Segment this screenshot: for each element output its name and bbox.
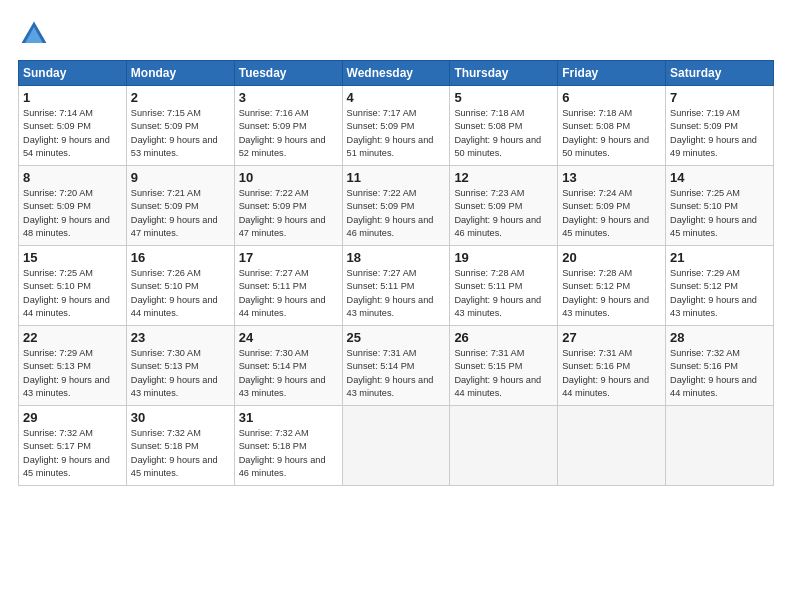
calendar-cell [450,406,558,486]
page: SundayMondayTuesdayWednesdayThursdayFrid… [0,0,792,612]
day-info: Sunrise: 7:20 AMSunset: 5:09 PMDaylight:… [23,188,110,238]
calendar-header-saturday: Saturday [666,61,774,86]
day-info: Sunrise: 7:29 AMSunset: 5:13 PMDaylight:… [23,348,110,398]
day-info: Sunrise: 7:24 AMSunset: 5:09 PMDaylight:… [562,188,649,238]
header [18,18,774,50]
day-number: 4 [347,90,446,105]
day-number: 15 [23,250,122,265]
calendar-header-thursday: Thursday [450,61,558,86]
calendar-cell: 24 Sunrise: 7:30 AMSunset: 5:14 PMDaylig… [234,326,342,406]
calendar-cell: 7 Sunrise: 7:19 AMSunset: 5:09 PMDayligh… [666,86,774,166]
day-number: 17 [239,250,338,265]
day-number: 19 [454,250,553,265]
calendar-cell: 19 Sunrise: 7:28 AMSunset: 5:11 PMDaylig… [450,246,558,326]
calendar-cell: 2 Sunrise: 7:15 AMSunset: 5:09 PMDayligh… [126,86,234,166]
day-info: Sunrise: 7:23 AMSunset: 5:09 PMDaylight:… [454,188,541,238]
calendar-header-tuesday: Tuesday [234,61,342,86]
day-number: 28 [670,330,769,345]
day-info: Sunrise: 7:28 AMSunset: 5:12 PMDaylight:… [562,268,649,318]
calendar-cell: 21 Sunrise: 7:29 AMSunset: 5:12 PMDaylig… [666,246,774,326]
calendar-header-wednesday: Wednesday [342,61,450,86]
day-info: Sunrise: 7:28 AMSunset: 5:11 PMDaylight:… [454,268,541,318]
day-number: 7 [670,90,769,105]
calendar-cell: 26 Sunrise: 7:31 AMSunset: 5:15 PMDaylig… [450,326,558,406]
calendar-week-row-4: 22 Sunrise: 7:29 AMSunset: 5:13 PMDaylig… [19,326,774,406]
logo-icon [18,18,50,50]
calendar-cell: 4 Sunrise: 7:17 AMSunset: 5:09 PMDayligh… [342,86,450,166]
day-info: Sunrise: 7:19 AMSunset: 5:09 PMDaylight:… [670,108,757,158]
day-number: 25 [347,330,446,345]
calendar-cell: 17 Sunrise: 7:27 AMSunset: 5:11 PMDaylig… [234,246,342,326]
calendar-header-monday: Monday [126,61,234,86]
calendar-cell: 1 Sunrise: 7:14 AMSunset: 5:09 PMDayligh… [19,86,127,166]
day-info: Sunrise: 7:26 AMSunset: 5:10 PMDaylight:… [131,268,218,318]
day-number: 13 [562,170,661,185]
calendar-table: SundayMondayTuesdayWednesdayThursdayFrid… [18,60,774,486]
day-info: Sunrise: 7:31 AMSunset: 5:16 PMDaylight:… [562,348,649,398]
day-number: 27 [562,330,661,345]
day-info: Sunrise: 7:18 AMSunset: 5:08 PMDaylight:… [562,108,649,158]
calendar-header-friday: Friday [558,61,666,86]
calendar-cell: 5 Sunrise: 7:18 AMSunset: 5:08 PMDayligh… [450,86,558,166]
calendar-cell [666,406,774,486]
day-info: Sunrise: 7:21 AMSunset: 5:09 PMDaylight:… [131,188,218,238]
day-number: 6 [562,90,661,105]
day-info: Sunrise: 7:16 AMSunset: 5:09 PMDaylight:… [239,108,326,158]
day-number: 1 [23,90,122,105]
day-info: Sunrise: 7:31 AMSunset: 5:14 PMDaylight:… [347,348,434,398]
logo [18,18,54,50]
calendar-cell: 6 Sunrise: 7:18 AMSunset: 5:08 PMDayligh… [558,86,666,166]
calendar-cell: 9 Sunrise: 7:21 AMSunset: 5:09 PMDayligh… [126,166,234,246]
calendar-cell: 30 Sunrise: 7:32 AMSunset: 5:18 PMDaylig… [126,406,234,486]
day-number: 3 [239,90,338,105]
day-info: Sunrise: 7:17 AMSunset: 5:09 PMDaylight:… [347,108,434,158]
day-number: 8 [23,170,122,185]
calendar-cell [342,406,450,486]
day-info: Sunrise: 7:32 AMSunset: 5:18 PMDaylight:… [131,428,218,478]
calendar-cell: 27 Sunrise: 7:31 AMSunset: 5:16 PMDaylig… [558,326,666,406]
day-number: 24 [239,330,338,345]
day-number: 9 [131,170,230,185]
day-info: Sunrise: 7:29 AMSunset: 5:12 PMDaylight:… [670,268,757,318]
day-number: 21 [670,250,769,265]
day-number: 26 [454,330,553,345]
calendar-week-row-2: 8 Sunrise: 7:20 AMSunset: 5:09 PMDayligh… [19,166,774,246]
day-number: 2 [131,90,230,105]
day-number: 12 [454,170,553,185]
calendar-cell: 10 Sunrise: 7:22 AMSunset: 5:09 PMDaylig… [234,166,342,246]
day-info: Sunrise: 7:32 AMSunset: 5:18 PMDaylight:… [239,428,326,478]
day-info: Sunrise: 7:27 AMSunset: 5:11 PMDaylight:… [347,268,434,318]
day-info: Sunrise: 7:25 AMSunset: 5:10 PMDaylight:… [23,268,110,318]
calendar-cell: 12 Sunrise: 7:23 AMSunset: 5:09 PMDaylig… [450,166,558,246]
day-number: 20 [562,250,661,265]
calendar-cell: 28 Sunrise: 7:32 AMSunset: 5:16 PMDaylig… [666,326,774,406]
day-number: 30 [131,410,230,425]
day-info: Sunrise: 7:22 AMSunset: 5:09 PMDaylight:… [239,188,326,238]
calendar-week-row-1: 1 Sunrise: 7:14 AMSunset: 5:09 PMDayligh… [19,86,774,166]
calendar-cell: 15 Sunrise: 7:25 AMSunset: 5:10 PMDaylig… [19,246,127,326]
day-info: Sunrise: 7:14 AMSunset: 5:09 PMDaylight:… [23,108,110,158]
calendar-header-row: SundayMondayTuesdayWednesdayThursdayFrid… [19,61,774,86]
calendar-cell: 25 Sunrise: 7:31 AMSunset: 5:14 PMDaylig… [342,326,450,406]
day-number: 22 [23,330,122,345]
day-number: 23 [131,330,230,345]
day-info: Sunrise: 7:27 AMSunset: 5:11 PMDaylight:… [239,268,326,318]
calendar-cell: 11 Sunrise: 7:22 AMSunset: 5:09 PMDaylig… [342,166,450,246]
day-info: Sunrise: 7:30 AMSunset: 5:14 PMDaylight:… [239,348,326,398]
calendar-cell: 22 Sunrise: 7:29 AMSunset: 5:13 PMDaylig… [19,326,127,406]
calendar-cell: 14 Sunrise: 7:25 AMSunset: 5:10 PMDaylig… [666,166,774,246]
calendar-week-row-3: 15 Sunrise: 7:25 AMSunset: 5:10 PMDaylig… [19,246,774,326]
day-info: Sunrise: 7:31 AMSunset: 5:15 PMDaylight:… [454,348,541,398]
day-number: 16 [131,250,230,265]
calendar-week-row-5: 29 Sunrise: 7:32 AMSunset: 5:17 PMDaylig… [19,406,774,486]
day-number: 5 [454,90,553,105]
calendar-cell: 31 Sunrise: 7:32 AMSunset: 5:18 PMDaylig… [234,406,342,486]
day-info: Sunrise: 7:22 AMSunset: 5:09 PMDaylight:… [347,188,434,238]
day-info: Sunrise: 7:32 AMSunset: 5:16 PMDaylight:… [670,348,757,398]
calendar-cell: 16 Sunrise: 7:26 AMSunset: 5:10 PMDaylig… [126,246,234,326]
calendar-cell [558,406,666,486]
calendar-cell: 20 Sunrise: 7:28 AMSunset: 5:12 PMDaylig… [558,246,666,326]
calendar-cell: 3 Sunrise: 7:16 AMSunset: 5:09 PMDayligh… [234,86,342,166]
calendar-cell: 29 Sunrise: 7:32 AMSunset: 5:17 PMDaylig… [19,406,127,486]
day-number: 14 [670,170,769,185]
